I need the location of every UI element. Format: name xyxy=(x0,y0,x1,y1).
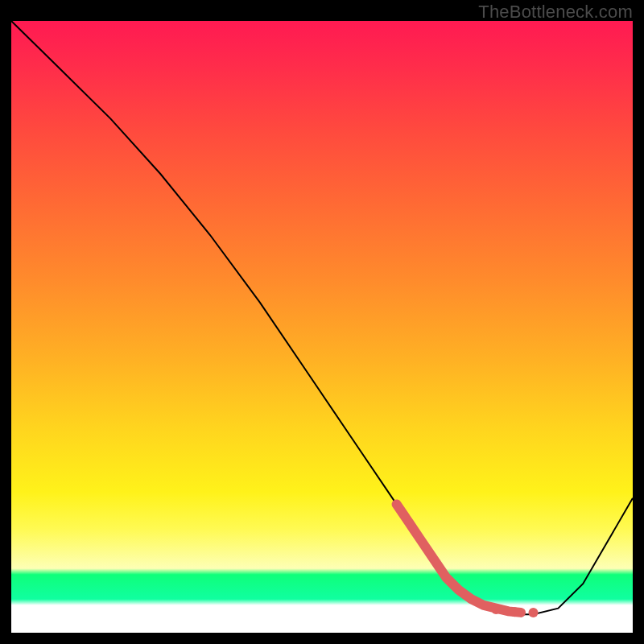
optimal-zone-dot xyxy=(510,607,519,617)
optimal-zone-stroke xyxy=(397,504,521,613)
chart-frame xyxy=(11,21,633,633)
chart-svg xyxy=(11,21,633,633)
watermark-text: TheBottleneck.com xyxy=(478,2,633,23)
optimal-zone-dot xyxy=(491,605,501,614)
optimal-zone-dots xyxy=(491,605,538,617)
optimal-zone-dot xyxy=(529,608,539,617)
bottleneck-curve xyxy=(11,21,633,614)
